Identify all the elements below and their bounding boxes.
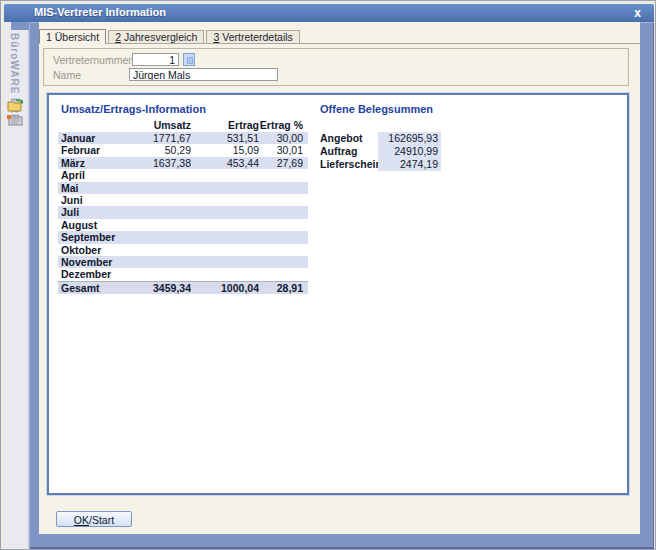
umsatz-rows: Januar 1771,67 531,51 30,00 Februar 50,2… — [58, 132, 308, 281]
overview-panel: Umsatz/Ertrags-Information Offene Belegs… — [47, 93, 629, 495]
umsatz-table-row: September — [58, 231, 308, 243]
ertrag-cell — [191, 268, 259, 280]
ertrag-pct-cell: 27,69 — [259, 157, 303, 169]
ertrag-pct-cell — [259, 194, 303, 206]
umsatz-table-row: Juli — [58, 206, 308, 218]
tab-uebersicht[interactable]: 1 Übersicht — [39, 29, 106, 44]
vertreternummer-spinner-button[interactable] — [183, 53, 195, 66]
sidebar-top-cap — [11, 22, 29, 30]
umsatz-column-header: Umsatz — [118, 119, 191, 132]
umsatz-cell — [118, 268, 191, 280]
umsatz-table-row: Januar 1771,67 531,51 30,00 — [58, 132, 308, 144]
umsatz-table-row: Mai — [58, 182, 308, 194]
month-cell: Mai — [58, 182, 118, 194]
belege-label: Angebot — [320, 132, 378, 145]
total-ertrag-pct-cell: 28,91 — [259, 282, 303, 294]
ertrag-cell: 453,44 — [191, 157, 259, 169]
umsatz-total-row: Gesamt 3459,34 1000,04 28,91 — [58, 281, 308, 294]
total-umsatz-cell: 3459,34 — [118, 282, 191, 294]
vertreternummer-label: Vertreternummer — [53, 54, 132, 66]
vertreternummer-input[interactable] — [132, 53, 179, 66]
ertrag-pct-column-header: Ertrag % — [259, 119, 303, 132]
umsatz-table-row: Juni — [58, 194, 308, 206]
ertrag-cell — [191, 182, 259, 194]
ertrag-cell: 531,51 — [191, 132, 259, 144]
keyboard-icon[interactable] — [7, 115, 23, 126]
folder-open-icon[interactable] — [7, 98, 24, 112]
umsatz-cell — [118, 206, 191, 218]
total-label-cell: Gesamt — [58, 282, 118, 294]
ertrag-cell — [191, 231, 259, 243]
tab-vertreterdetails[interactable]: 3 Vertreterdetails — [206, 30, 299, 43]
ertrag-cell: 15,09 — [191, 144, 259, 156]
name-input[interactable] — [129, 68, 278, 81]
ertrag-cell — [191, 244, 259, 256]
umsatz-table-row: März 1637,38 453,44 27,69 — [58, 157, 308, 169]
month-cell: Oktober — [58, 244, 118, 256]
ertrag-pct-cell — [259, 231, 303, 243]
belege-value: 24910,99 — [378, 145, 441, 158]
umsatz-cell — [118, 169, 191, 181]
umsatz-cell — [118, 231, 191, 243]
ertrag-cell — [191, 194, 259, 206]
umsatz-table: Umsatz Ertrag Ertrag % Januar 1771,67 53… — [58, 119, 308, 294]
umsatz-table-header: Umsatz Ertrag Ertrag % — [58, 119, 308, 132]
tab-label: Übersicht — [55, 31, 99, 43]
umsatz-table-row: Dezember — [58, 268, 308, 280]
umsatz-cell — [118, 244, 191, 256]
tab-number: 3 — [213, 31, 219, 43]
month-cell: März — [58, 157, 118, 169]
umsatz-table-row: August — [58, 219, 308, 231]
month-column-header — [58, 119, 118, 132]
umsatz-table-row: April — [58, 169, 308, 181]
close-button[interactable]: x — [634, 5, 641, 21]
ertrag-cell — [191, 256, 259, 268]
client-area: 1 Übersicht 2 Jahresvergleich 3 Vertrete… — [39, 22, 640, 534]
tab-strip: 1 Übersicht 2 Jahresvergleich 3 Vertrete… — [39, 29, 640, 44]
belege-value: 2474,19 — [378, 158, 441, 171]
app-window: MIS-Vertreter Information x BüroWARE ERP — [0, 0, 656, 550]
ertrag-pct-cell — [259, 244, 303, 256]
ertrag-cell — [191, 206, 259, 218]
vertreter-groupbox: Vertreternummer Name — [43, 48, 629, 86]
ok-start-button[interactable]: OK/Start — [56, 511, 132, 527]
umsatz-cell — [118, 219, 191, 231]
month-cell: November — [58, 256, 118, 268]
name-label: Name — [53, 69, 81, 81]
ertrag-pct-cell — [259, 206, 303, 218]
umsatz-cell: 1637,38 — [118, 157, 191, 169]
month-cell: Juni — [58, 194, 118, 206]
belege-label: Lieferschein — [320, 158, 378, 171]
ertrag-pct-cell — [259, 219, 303, 231]
ok-label-rest: /Start — [89, 514, 114, 526]
umsatz-table-row: Oktober — [58, 244, 308, 256]
umsatz-cell: 1771,67 — [118, 132, 191, 144]
umsatz-table-row: November — [58, 256, 308, 268]
tab-jahresvergleich[interactable]: 2 Jahresvergleich — [108, 30, 204, 43]
umsatz-cell: 50,29 — [118, 144, 191, 156]
umsatz-cell — [118, 182, 191, 194]
sidebar: BüroWARE ERP — [4, 22, 29, 548]
tab-label: Vertreterdetails — [222, 31, 293, 43]
belege-value: 162695,93 — [378, 132, 441, 145]
month-cell: Januar — [58, 132, 118, 144]
ertrag-pct-cell — [259, 256, 303, 268]
ertrag-cell — [191, 219, 259, 231]
month-cell: September — [58, 231, 118, 243]
ertrag-pct-cell: 30,00 — [259, 132, 303, 144]
belege-row-auftrag: Auftrag 24910,99 — [320, 145, 441, 158]
titlebar[interactable]: MIS-Vertreter Information x — [4, 4, 654, 22]
month-cell: Dezember — [58, 268, 118, 280]
tab-label: Jahresvergleich — [124, 31, 198, 43]
month-cell: Juli — [58, 206, 118, 218]
belege-label: Auftrag — [320, 145, 378, 158]
ertrag-cell — [191, 169, 259, 181]
sidebar-toolbar — [7, 98, 27, 129]
total-ertrag-cell: 1000,04 — [191, 282, 259, 294]
month-cell: Februar — [58, 144, 118, 156]
ertrag-column-header: Ertrag — [191, 119, 259, 132]
tab-number: 1 — [46, 31, 52, 43]
month-cell: August — [58, 219, 118, 231]
belege-table: Angebot 162695,93 Auftrag 24910,99 Liefe… — [320, 132, 441, 171]
umsatz-cell — [118, 194, 191, 206]
